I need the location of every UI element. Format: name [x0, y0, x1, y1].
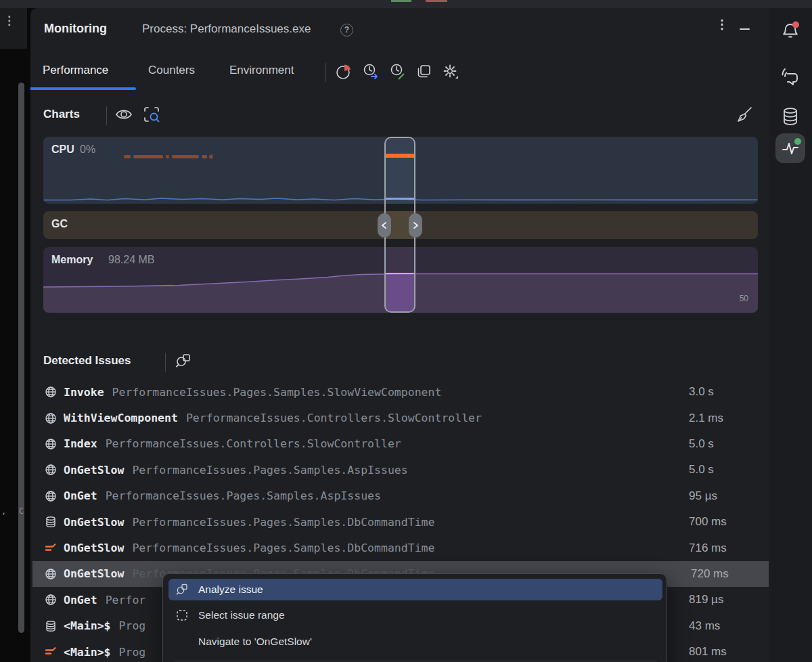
globe-icon [45, 464, 57, 476]
globe-icon [45, 568, 57, 580]
eye-icon[interactable] [114, 105, 133, 124]
issue-row[interactable]: WithViewComponentPerformanceIssues.Contr… [30, 405, 769, 431]
issue-duration: 3.0 s [689, 385, 714, 399]
issue-method: OnGetSlow [64, 567, 124, 580]
zoom-selection-icon[interactable] [142, 105, 161, 124]
context-menu: Analyze issueSelect issue rangeNavigate … [162, 573, 667, 662]
database-icon [45, 516, 57, 528]
selection-right-handle[interactable] [409, 213, 422, 238]
selection-memory-segment [386, 247, 414, 273]
right-toolbar [769, 8, 812, 662]
issue-method: OnGet [64, 489, 97, 502]
issue-duration: 95 µs [689, 489, 717, 503]
active-tab-indicator [30, 87, 136, 90]
issue-namespace: PerformanceIssues.Pages.Samples.DbComman… [132, 516, 434, 529]
globe-icon [45, 438, 57, 450]
left-edge-strip [0, 8, 30, 662]
issue-namespace: PerformanceIssues.Pages.Samples.AspIssue… [132, 464, 407, 477]
bell-icon[interactable] [778, 19, 803, 43]
issue-duration: 2.1 ms [689, 412, 723, 425]
issue-method: WithViewComponent [64, 412, 178, 424]
minimize-icon[interactable] [740, 28, 750, 30]
globe-icon [45, 490, 57, 502]
menu-item-analyze-issue[interactable]: Analyze issue [168, 579, 662, 600]
clear-broom-icon[interactable] [735, 105, 754, 124]
issue-row[interactable]: OnGetSlowPerformanceIssues.Pages.Samples… [30, 535, 769, 560]
select-range-icon [175, 609, 189, 622]
issue-row[interactable]: IndexPerformanceIssues.Controllers.SlowC… [30, 431, 769, 457]
issue-duration: 819 µs [689, 593, 723, 606]
toolbar-divider [325, 63, 326, 82]
memory-label: Memory [51, 254, 93, 266]
menu-separator [174, 661, 657, 661]
sql-time-icon [45, 542, 57, 554]
globe-icon [45, 594, 57, 606]
issue-method: OnGetSlow [64, 464, 124, 477]
selection-memory-fill [386, 274, 414, 311]
issue-namespace: Prog [119, 646, 146, 659]
gc-label: GC [51, 218, 68, 230]
issue-row[interactable]: OnGetPerformanceIssues.Pages.Samples.Asp… [30, 483, 769, 509]
globe-icon [45, 386, 57, 398]
issue-method: OnGet [64, 594, 97, 606]
issue-method: <Main>$ [64, 619, 111, 632]
issue-duration: 801 ms [689, 645, 727, 659]
top-accent-red [426, 0, 447, 2]
timeline-edit-icon[interactable] [388, 62, 407, 81]
top-strip [0, 0, 812, 8]
issue-namespace: Perfor [106, 594, 146, 606]
issue-row[interactable]: OnGetSlowPerformanceIssues.Pages.Samples… [30, 509, 769, 535]
tab-environment[interactable]: Environment [229, 64, 294, 77]
selection-left-handle[interactable] [378, 213, 391, 238]
menu-item-label: Select issue range [198, 609, 285, 621]
settings-gear-icon[interactable] [441, 62, 460, 81]
issue-method: OnGetSlow [64, 516, 124, 529]
pulse-monitor-tab-active[interactable] [775, 133, 805, 163]
tab-counters[interactable]: Counters [148, 64, 195, 77]
monitoring-panel: Monitoring Process: PerformanceIssues.ex… [30, 8, 769, 662]
panel-options-icon[interactable]: ⋮ [716, 21, 728, 28]
process-subtitle: Process: PerformanceIssues.exe [142, 22, 311, 36]
section-divider [165, 353, 166, 372]
selection-cpu-segment [386, 138, 414, 204]
database-icon[interactable] [778, 104, 803, 129]
issue-method: OnGetSlow [64, 542, 124, 554]
issue-namespace: Prog [119, 619, 146, 632]
panel-title: Monitoring [44, 22, 107, 36]
pie-snapshot-icon[interactable] [334, 62, 353, 81]
help-icon[interactable]: ? [340, 24, 353, 37]
menu-item-select-issue-range[interactable]: Select issue range [168, 604, 662, 626]
issue-duration: 720 ms [691, 567, 729, 581]
issue-duration: 5.0 s [689, 437, 714, 451]
issue-namespace: PerformanceIssues.Controllers.SlowContro… [186, 412, 482, 424]
tab-performance[interactable]: Performance [43, 64, 108, 77]
editor-text-fragment: , [1, 506, 6, 516]
section-divider [106, 106, 107, 125]
profiler-icon[interactable] [778, 65, 803, 89]
editor-scrollbar[interactable] [18, 83, 24, 633]
issue-row[interactable]: OnGetSlowPerformanceIssues.Pages.Samples… [30, 457, 769, 483]
issue-namespace: PerformanceIssues.Pages.Samples.AspIssue… [106, 489, 381, 502]
menu-item-navigate-to-ongetslow[interactable]: Navigate to 'OnGetSlow' [168, 631, 662, 653]
pulse-monitor-icon [775, 133, 805, 163]
menu-item-label: Analyze issue [198, 583, 263, 596]
memory-axis-label: 50 [740, 294, 748, 303]
layers-icon[interactable] [415, 62, 434, 81]
database-icon [45, 620, 57, 632]
analyze-icon[interactable] [174, 351, 193, 370]
analyze-icon [175, 583, 189, 596]
issue-namespace: PerformanceIssues.Pages.Samples.DbComman… [132, 542, 434, 554]
menu-item-label: Navigate to 'OnGetSlow' [198, 636, 312, 648]
timeline-forward-icon[interactable] [361, 62, 380, 81]
kebab-menu-icon[interactable]: ⋮ [3, 18, 15, 24]
top-accent-green [391, 0, 411, 2]
issue-method: <Main>$ [64, 646, 111, 659]
memory-value: 98.24 MB [108, 254, 154, 266]
issue-duration: 700 ms [689, 515, 727, 529]
selection-cpu-line [386, 198, 414, 200]
globe-icon [45, 412, 57, 424]
issue-row[interactable]: InvokePerformanceIssues.Pages.Samples.Sl… [30, 379, 769, 405]
issue-duration: 43 ms [689, 619, 720, 633]
issue-duration: 5.0 s [689, 463, 714, 477]
detected-issues-title: Detected Issues [43, 354, 131, 368]
